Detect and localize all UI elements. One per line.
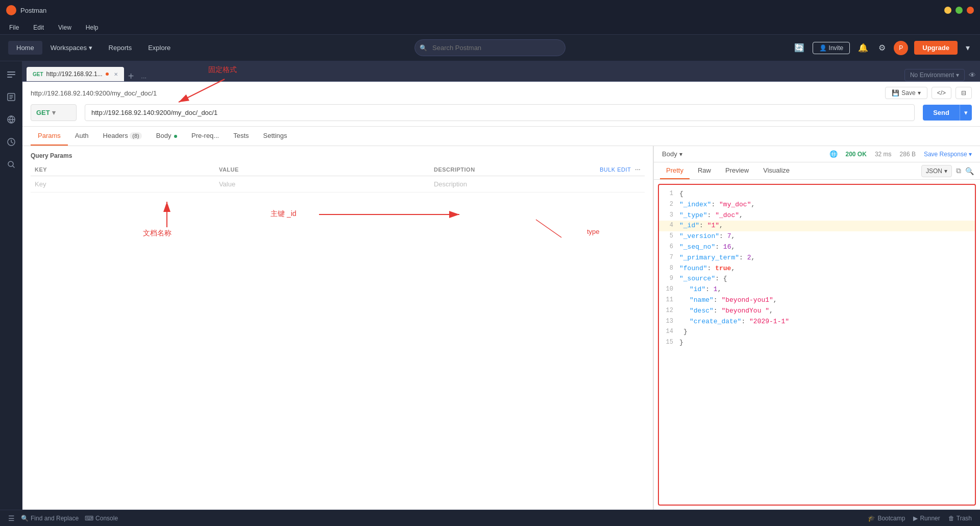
send-dropdown-button[interactable]: ▾: [960, 105, 972, 121]
nav-workspaces[interactable]: Workspaces ▾: [42, 41, 101, 55]
window-controls[interactable]: [944, 7, 974, 14]
query-params-panel: Query Params KEY VALUE DESCRIPTION ··· B…: [22, 146, 653, 510]
sidebar-icon-history[interactable]: [2, 133, 20, 151]
navbar-right: 🔄 👤 Invite 🔔 ⚙ P Upgrade ▾: [792, 41, 972, 55]
invite-button[interactable]: 👤 Invite: [813, 42, 850, 54]
json-line-5: 5 "_version": 7,: [659, 231, 975, 242]
resp-tab-pretty[interactable]: Pretty: [660, 162, 690, 179]
svg-rect-1: [7, 71, 15, 73]
menu-help[interactable]: Help: [83, 23, 102, 32]
runner-button[interactable]: ▶ Runner: [913, 515, 940, 522]
nav-reports[interactable]: Reports: [101, 41, 140, 55]
upgrade-button[interactable]: Upgrade: [914, 41, 958, 55]
bootcamp-button[interactable]: 🎓 Bootcamp: [868, 515, 905, 522]
search-response-icon[interactable]: 🔍: [965, 167, 974, 175]
console-button[interactable]: ⌨ Console: [85, 515, 118, 522]
json-line-8: 8 "found": true,: [659, 264, 975, 274]
tab-more-button[interactable]: ···: [138, 74, 150, 81]
main-layout: GET http://192.168.92.1... ✕ + ··· No En…: [0, 61, 980, 510]
copy-icon[interactable]: ⧉: [956, 166, 961, 175]
method-chevron-icon: ▾: [52, 109, 56, 116]
response-time: 32 ms: [875, 151, 892, 158]
sidebar-icon-collections[interactable]: [2, 88, 20, 106]
expand-icon[interactable]: ▾: [964, 41, 972, 55]
minimize-button[interactable]: [944, 7, 951, 14]
tab-params[interactable]: Params: [31, 127, 68, 146]
more-options-icon[interactable]: ···: [635, 166, 641, 173]
response-header: Body ▾ 🌐 200 OK 32 ms 286 B Save Respons…: [654, 146, 980, 162]
trash-button[interactable]: 🗑 Trash: [948, 515, 972, 522]
svg-rect-2: [7, 74, 15, 75]
tab-auth[interactable]: Auth: [68, 127, 96, 146]
json-line-1: 1 {: [659, 189, 975, 200]
json-line-3: 3 "_type": "_doc",: [659, 210, 975, 221]
key-header: KEY: [31, 163, 215, 176]
sidebar-icon-environments[interactable]: [2, 110, 20, 129]
resp-tab-visualize[interactable]: Visualize: [757, 162, 796, 179]
table-row: [31, 176, 645, 193]
tab-settings[interactable]: Settings: [256, 127, 295, 146]
eye-icon[interactable]: 👁: [969, 71, 976, 79]
json-line-10: 10 "id": 1,: [659, 284, 975, 295]
url-input[interactable]: [85, 104, 915, 121]
new-tab-button[interactable]: +: [124, 71, 138, 81]
settings-icon[interactable]: ⚙: [876, 41, 888, 55]
console-icon: ⌨: [85, 515, 93, 522]
menu-file[interactable]: File: [6, 23, 22, 32]
sidebar-icon-api[interactable]: [2, 65, 20, 84]
send-button[interactable]: Send: [923, 105, 960, 121]
request-toolbar: 💾 Save ▾ </> ⊟: [885, 87, 972, 99]
sidebar-toggle-button[interactable]: ☰: [8, 514, 15, 522]
close-button[interactable]: [967, 7, 974, 14]
sidebar-icon-search[interactable]: [2, 155, 20, 174]
code-button[interactable]: </>: [932, 87, 951, 99]
method-select[interactable]: GET ▾: [31, 104, 77, 121]
resp-tab-preview[interactable]: Preview: [719, 162, 755, 179]
find-replace-icon: 🔍: [21, 515, 29, 522]
tab-prereq[interactable]: Pre-req...: [184, 127, 226, 146]
json-line-6: 6 "_seq_no": 16,: [659, 242, 975, 253]
tab-close-icon[interactable]: ✕: [114, 71, 118, 77]
json-line-12: 12 "desc": "beyondYou ",: [659, 306, 975, 317]
value-header: VALUE: [215, 163, 430, 176]
tab-tests[interactable]: Tests: [226, 127, 256, 146]
svg-point-0: [9, 8, 14, 13]
tabs-bar: GET http://192.168.92.1... ✕ + ··· No En…: [22, 61, 980, 82]
search-input[interactable]: [414, 39, 566, 56]
bulk-edit-button[interactable]: Bulk Edit: [600, 166, 631, 173]
desc-input[interactable]: [434, 180, 641, 188]
json-line-9: 9 "_source": {: [659, 274, 975, 284]
menu-view[interactable]: View: [55, 23, 75, 32]
avatar-icon[interactable]: P: [894, 41, 908, 55]
value-input[interactable]: [219, 180, 426, 188]
tab-headers[interactable]: Headers (8): [96, 127, 149, 146]
format-select[interactable]: JSON ▾: [921, 165, 952, 177]
menu-edit[interactable]: Edit: [30, 23, 47, 32]
panel-button[interactable]: ⊟: [955, 87, 972, 99]
save-button[interactable]: 💾 Save ▾: [885, 87, 927, 99]
notification-icon[interactable]: 🔔: [856, 41, 870, 55]
left-sidebar: [0, 61, 22, 510]
save-response-button[interactable]: Save Response ▾: [924, 151, 972, 158]
json-line-14: 14 }: [659, 327, 975, 338]
response-chevron-icon: ▾: [679, 151, 682, 158]
response-tabs: Pretty Raw Preview Visualize JSON ▾ ⧉ 🔍: [654, 162, 980, 180]
bottom-bar: ☰ 🔍 Find and Replace ⌨ Console 🎓 Bootcam…: [0, 510, 980, 526]
resp-tab-raw[interactable]: Raw: [692, 162, 717, 179]
tab-body[interactable]: Body: [149, 127, 184, 146]
sync-icon[interactable]: 🔄: [792, 41, 806, 55]
nav-home[interactable]: Home: [8, 41, 42, 55]
invite-icon: 👤: [819, 44, 828, 52]
key-input[interactable]: [35, 180, 211, 188]
bottom-left: ☰ 🔍 Find and Replace ⌨ Console: [8, 514, 118, 522]
bootcamp-icon: 🎓: [868, 515, 875, 522]
nav-explore[interactable]: Explore: [140, 41, 179, 55]
app-logo: [6, 5, 16, 15]
maximize-button[interactable]: [955, 7, 963, 14]
main-body: Query Params KEY VALUE DESCRIPTION ··· B…: [22, 146, 980, 510]
find-replace-button[interactable]: 🔍 Find and Replace: [21, 515, 79, 522]
format-chevron-icon: ▾: [944, 168, 947, 175]
active-tab[interactable]: GET http://192.168.92.1... ✕: [27, 67, 124, 81]
response-size: 286 B: [900, 151, 916, 158]
env-selector[interactable]: No Environment ▾: [904, 69, 965, 81]
